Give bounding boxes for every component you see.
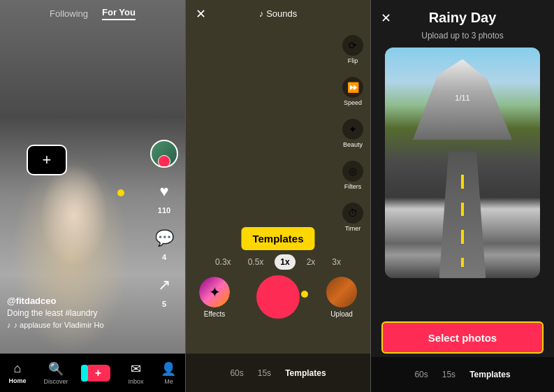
template-tab-60s[interactable]: 60s [414,370,428,379]
template-panel: ✕ Rainy Day Upload up to 3 photos 1/11 S… [370,0,554,392]
comment-icon: 💬 [152,226,177,251]
speed-1x[interactable]: 1x [275,254,295,270]
flip-tool[interactable]: ⟳ Flip [342,35,363,64]
camera-panel: ✕ ♪ Sounds ⟳ Flip ⏩ Speed ✦ Beauty ◎ Fil… [185,0,370,392]
profile-icon: 👤 [161,361,176,377]
flip-label: Flip [348,57,358,64]
right-actions: ♥ 110 💬 4 ↗ 5 [150,140,178,308]
sound-name: ♪ applause for Vladimir Ho [14,321,104,329]
effects-circle: ✦ [199,277,230,307]
home-icon: ⌂ [14,361,22,376]
annotation-dot-1 [117,189,124,196]
effects-icon: ✦ [199,277,230,307]
close-icon[interactable]: ✕ [196,6,206,22]
nav-home[interactable]: ⌂ Home [8,361,26,384]
camera-tab-60s[interactable]: 60s [230,368,243,378]
speed-2x[interactable]: 2x [301,254,321,270]
bottom-navigation: ⌂ Home 🔍 Discover ✉ Inbox 👤 Me [0,354,185,392]
share-button[interactable]: ↗ 5 [152,273,177,308]
template-title: Rainy Day [429,10,497,26]
preview-background [385,48,540,278]
beauty-icon: ✦ [342,119,363,140]
camera-footer-tabs: 60s 15s Templates [186,354,370,392]
heart-icon: ♥ [152,179,177,204]
upload-label: Upload [330,310,353,318]
like-count: 110 [158,206,170,215]
plus-icon: + [43,151,52,169]
feed-description: Doing the least #laundry [7,308,147,318]
beauty-label: Beauty [343,141,363,148]
effects-label: Effects [204,310,225,318]
inbox-label: Inbox [128,378,143,385]
discover-icon: 🔍 [48,361,64,377]
speed-3x[interactable]: 3x [326,254,347,270]
upload-thumbnail [326,277,357,307]
speed-controls: 0.3x 0.5x 1x 2x 3x [186,254,370,270]
feed-header: Following For You [0,7,185,20]
timer-label: Timer [345,225,361,232]
timer-icon: ⏱ [342,203,363,224]
music-note-icon: ♪ [259,8,264,19]
discover-label: Discover [43,378,68,385]
filters-label: Filters [344,183,362,190]
template-footer-tabs: 60s 15s Templates [371,357,554,392]
nav-create-button[interactable] [85,365,110,382]
camera-tab-15s[interactable]: 15s [258,368,271,378]
nav-inbox[interactable]: ✉ Inbox [128,361,143,385]
template-subtitle: Upload up to 3 photos [371,31,554,41]
record-button[interactable] [256,275,300,319]
nav-me[interactable]: 👤 Me [161,361,176,385]
template-header: ✕ Rainy Day [371,10,554,26]
speed-tool[interactable]: ⏩ Speed [342,77,363,106]
tab-following[interactable]: Following [50,8,88,19]
speed-0.3x[interactable]: 0.3x [210,254,237,270]
beauty-tool[interactable]: ✦ Beauty [342,119,363,148]
feed-sound: ♪ ♪ applause for Vladimir Ho [7,321,147,329]
share-icon: ↗ [152,273,177,298]
feed-username: @fitdadceo [7,296,147,306]
filters-tool[interactable]: ◎ Filters [342,161,363,190]
camera-tab-templates[interactable]: Templates [285,368,326,378]
template-tab-15s[interactable]: 15s [442,370,455,379]
effects-button[interactable]: ✦ Effects [199,277,230,318]
template-close-icon[interactable]: ✕ [381,10,391,26]
templates-badge: Templates [241,227,314,250]
select-photos-button[interactable]: Select photos [381,321,544,354]
upload-icon [326,277,357,307]
tab-for-you[interactable]: For You [102,7,136,20]
sounds-label: Sounds [266,8,297,19]
sounds-button[interactable]: ♪ Sounds [259,8,298,19]
camera-bottom-actions: ✦ Effects Upload [186,275,370,319]
speed-0.5x[interactable]: 0.5x [242,254,270,270]
create-video-button[interactable]: + [27,145,67,175]
template-preview-image [385,48,540,278]
filters-icon: ◎ [342,161,363,182]
annotation-dot-2 [301,291,308,298]
feed-panel: Following For You + ♥ 110 💬 4 ↗ 5 @fitda… [0,0,185,392]
inbox-icon: ✉ [131,361,141,377]
camera-tools: ⟳ Flip ⏩ Speed ✦ Beauty ◎ Filters ⏱ Time… [342,35,363,232]
select-photos-label: Select photos [428,332,497,344]
speed-icon: ⏩ [342,77,363,98]
comment-count: 4 [162,253,166,261]
me-label: Me [164,378,173,385]
feed-info: @fitdadceo Doing the least #laundry ♪ ♪ … [7,296,147,329]
avatar[interactable] [150,140,178,168]
share-count: 5 [162,300,166,308]
template-tab-templates[interactable]: Templates [469,370,510,379]
speed-label: Speed [344,99,362,106]
upload-thumb-img [326,277,357,307]
camera-header: ✕ ♪ Sounds [186,8,370,19]
like-button[interactable]: ♥ 110 [152,179,177,215]
flip-icon: ⟳ [342,35,363,56]
upload-button[interactable]: Upload [326,277,357,318]
home-label: Home [8,377,26,384]
nav-discover[interactable]: 🔍 Discover [43,361,68,385]
preview-counter: 1/11 [371,94,554,102]
preview-road-line [461,175,464,267]
music-icon: ♪ [7,321,11,329]
comment-button[interactable]: 💬 4 [152,226,177,261]
timer-tool[interactable]: ⏱ Timer [342,203,363,232]
